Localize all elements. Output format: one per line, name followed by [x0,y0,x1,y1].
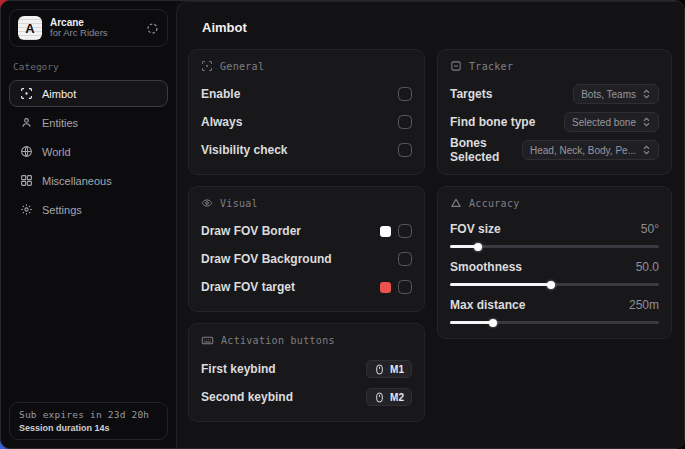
subscription-status-card: Sub expires in 23d 20h Session duration … [9,402,168,440]
visibility-check-checkbox[interactable] [398,143,412,157]
setting-row-draw-fov-border: Draw FOV Border [201,219,412,243]
fov-border-color-swatch[interactable] [380,226,391,237]
setting-row-targets: Targets Bots, Teams [450,82,659,106]
setting-row-visibility-check: Visibility check [201,138,412,162]
setting-row-draw-fov-target: Draw FOV target [201,275,412,299]
fov-size-slider[interactable] [450,245,659,248]
setting-row-always: Always [201,110,412,134]
brand-card: A Arcane for Arc Riders [9,9,168,47]
first-keybind-button[interactable]: M1 [366,360,412,378]
section-title: General [220,61,264,72]
setting-row-max-distance: Max distance 250m [450,295,659,324]
main-panel: Aimbot General [176,1,684,448]
setting-row-first-keybind: First keybind M1 [201,357,412,381]
desktop-background: A Arcane for Arc Riders Category [0,0,685,449]
entities-icon [19,116,33,129]
section-title: Activation buttons [221,335,335,346]
globe-icon [19,145,33,158]
grid-icon [19,174,33,187]
slider-thumb[interactable] [489,319,497,327]
sidebar-item-label: World [42,146,71,158]
draw-fov-border-checkbox[interactable] [398,224,412,238]
sidebar-item-label: Miscellaneous [42,175,112,187]
chevrons-up-down-icon [642,117,651,127]
fov-size-value: 50° [641,222,659,236]
targets-select[interactable]: Bots, Teams [573,84,659,104]
fov-target-color-swatch[interactable] [380,282,391,293]
slider-thumb[interactable] [547,281,555,289]
sidebar-item-entities[interactable]: Entities [9,109,168,136]
chevrons-up-down-icon [642,89,651,99]
general-section: General Enable Always Visibility check [188,49,425,175]
sidebar-nav: Aimbot Entities [9,80,168,223]
always-checkbox[interactable] [398,115,412,129]
app-window: A Arcane for Arc Riders Category [0,0,685,449]
triangle-icon [450,197,462,209]
session-duration-text: Session duration 14s [19,423,158,433]
slider-thumb[interactable] [474,243,482,251]
smoothness-slider[interactable] [450,283,659,286]
setting-row-fov-size: FOV size 50° [450,219,659,248]
setting-row-draw-fov-background: Draw FOV Background [201,247,412,271]
tracker-section: Tracker Targets Bots, Teams [437,49,672,175]
crosshair-dots-icon [201,60,213,72]
eye-icon [201,197,213,209]
find-bone-type-select[interactable]: Selected bone [564,112,659,132]
enable-checkbox[interactable] [398,87,412,101]
sidebar-item-settings[interactable]: Settings [9,196,168,223]
smoothness-value: 50.0 [636,260,659,274]
mouse-icon [374,364,385,375]
page-title: Aimbot [202,20,672,35]
sidebar: A Arcane for Arc Riders Category [1,1,176,448]
chevrons-up-down-icon [642,145,651,155]
section-title: Tracker [469,61,513,72]
setting-row-smoothness: Smoothness 50.0 [450,257,659,286]
mouse-icon [374,392,385,403]
setting-row-find-bone-type: Find bone type Selected bone [450,110,659,134]
sidebar-item-label: Entities [42,117,78,129]
sidebar-item-world[interactable]: World [9,138,168,165]
crosshair-icon [19,87,33,100]
draw-fov-target-checkbox[interactable] [398,280,412,294]
sidebar-item-miscellaneous[interactable]: Miscellaneous [9,167,168,194]
accuracy-section: Accuracy FOV size 50° [437,186,672,339]
second-keybind-button[interactable]: M2 [366,388,412,406]
bones-selected-select[interactable]: Head, Neck, Body, Pe... [522,140,659,160]
sidebar-item-aimbot[interactable]: Aimbot [9,80,168,107]
refresh-spinner-icon[interactable] [146,22,159,35]
keyboard-icon [201,334,214,347]
visual-section: Visual Draw FOV Border Draw FOV Backgrou… [188,186,425,312]
scan-box-icon [450,60,462,72]
app-logo: A [18,16,42,40]
setting-row-enable: Enable [201,82,412,106]
sidebar-item-label: Aimbot [42,88,76,100]
draw-fov-background-checkbox[interactable] [398,252,412,266]
sidebar-item-label: Settings [42,204,82,216]
activation-buttons-section: Activation buttons First keybind [188,323,425,422]
max-distance-value: 250m [629,298,659,312]
section-title: Accuracy [469,198,520,209]
app-subtitle: for Arc Riders [50,28,138,39]
section-title: Visual [220,198,258,209]
setting-row-second-keybind: Second keybind M2 [201,385,412,409]
max-distance-slider[interactable] [450,321,659,324]
setting-row-bones-selected: Bones Selected Head, Neck, Body, Pe... [450,138,659,162]
gear-icon [19,203,33,216]
sub-expires-text: Sub expires in 23d 20h [19,409,158,420]
category-label: Category [13,61,164,72]
